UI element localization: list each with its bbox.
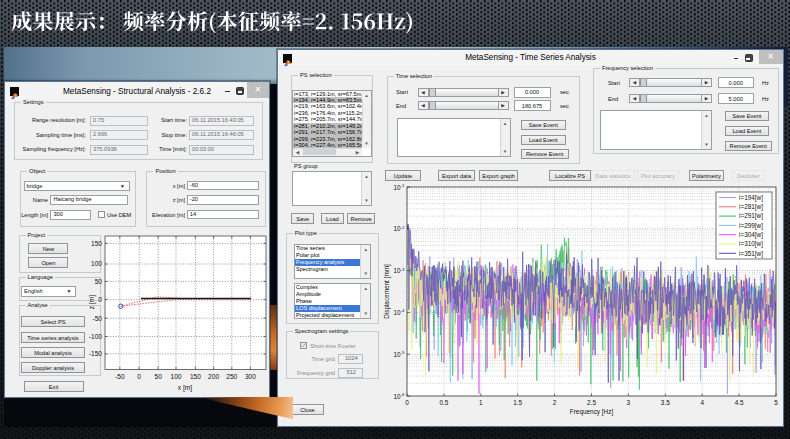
svg-text:x [m]: x [m] — [178, 384, 192, 392]
svg-text:i=194[w]: i=194[w] — [739, 194, 763, 202]
svg-text:1.5: 1.5 — [513, 399, 522, 406]
svg-text:50: 50 — [155, 373, 163, 380]
svg-text:100: 100 — [91, 260, 102, 267]
svg-text:0: 0 — [137, 373, 141, 380]
svg-text:i=304[w]: i=304[w] — [739, 231, 763, 239]
svg-text:250: 250 — [226, 373, 237, 380]
svg-text:Frequency [Hz]: Frequency [Hz] — [570, 408, 614, 416]
svg-text:3.5: 3.5 — [661, 399, 670, 406]
svg-text:0: 0 — [405, 399, 409, 406]
svg-text:4.5: 4.5 — [735, 399, 744, 406]
svg-text:10-2: 10-2 — [393, 225, 405, 233]
svg-text:3: 3 — [627, 399, 631, 406]
svg-text:0: 0 — [98, 296, 102, 303]
svg-text:0.5: 0.5 — [439, 399, 448, 406]
svg-text:-50: -50 — [92, 315, 102, 322]
svg-text:150: 150 — [91, 240, 102, 247]
svg-text:100: 100 — [170, 373, 181, 380]
svg-text:i=351[w]: i=351[w] — [739, 250, 763, 258]
svg-text:1: 1 — [479, 399, 483, 406]
svg-text:-100: -100 — [89, 333, 103, 340]
svg-text:2: 2 — [553, 399, 557, 406]
svg-text:i=299[w]: i=299[w] — [739, 222, 763, 230]
svg-text:10-4: 10-4 — [393, 308, 405, 316]
svg-text:300: 300 — [245, 373, 256, 380]
svg-text:-150: -150 — [89, 350, 103, 357]
svg-text:50: 50 — [95, 278, 103, 285]
svg-text:Displacement [mm]: Displacement [mm] — [383, 264, 391, 319]
svg-text:5: 5 — [774, 399, 778, 406]
svg-text:i=310[w]: i=310[w] — [739, 240, 763, 248]
svg-text:2.5: 2.5 — [587, 399, 596, 406]
svg-text:10-6: 10-6 — [393, 392, 405, 400]
svg-text:4: 4 — [700, 399, 704, 406]
svg-text:z [m]: z [m] — [88, 295, 96, 309]
svg-text:-50: -50 — [115, 373, 125, 380]
svg-text:10-3: 10-3 — [393, 267, 405, 275]
svg-text:10-1: 10-1 — [393, 183, 405, 191]
svg-text:i=291[w]: i=291[w] — [739, 212, 763, 220]
svg-text:i=281[w]: i=281[w] — [739, 203, 763, 211]
svg-text:150: 150 — [190, 373, 201, 380]
svg-text:10-5: 10-5 — [393, 350, 405, 358]
svg-text:200: 200 — [208, 373, 219, 380]
